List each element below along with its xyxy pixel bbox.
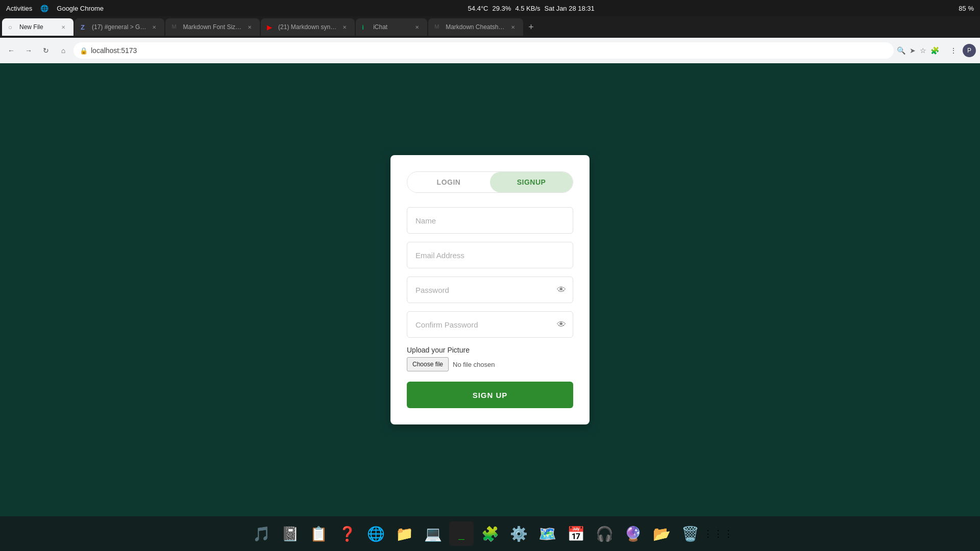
dock-music[interactable]: 🎵 <box>249 521 274 546</box>
browser-chrome: ○ New File ✕ Z (17) #general > G… ✕ M Ma… <box>0 16 980 63</box>
confirm-password-input[interactable] <box>407 311 573 338</box>
signup-button[interactable]: SIGN UP <box>407 382 573 408</box>
url-bar[interactable]: 🔒 localhost:5173 <box>74 42 894 59</box>
no-file-text: No file chosen <box>453 361 495 368</box>
confirm-password-field-group: 👁 <box>407 311 573 338</box>
tab-new-file[interactable]: ○ New File ✕ <box>2 18 74 36</box>
tab-close-markdown-cheat[interactable]: ✕ <box>509 23 517 31</box>
dock-calendar[interactable]: 📅 <box>564 521 588 546</box>
settings-icon[interactable]: ⋮ <box>946 43 961 58</box>
confirm-password-eye-icon[interactable]: 👁 <box>557 319 566 330</box>
tab-close-ichat[interactable]: ✕ <box>413 23 421 31</box>
activities-label[interactable]: Activities <box>6 5 32 12</box>
tab-title-markdown-font: Markdown Font Siz… <box>183 23 241 31</box>
network-label: 4.5 KB/s <box>515 5 540 12</box>
tab-favicon-markdown-font: M <box>172 23 179 31</box>
dock-settings2[interactable]: ⚙️ <box>506 521 531 546</box>
tab-title-new-file: New File <box>19 23 55 31</box>
os-topbar: Activities 🌐 Google Chrome 54.4°C 29.3% … <box>0 0 980 16</box>
tab-title-markdown-yt: (21) Markdown syn… <box>278 23 336 31</box>
tab-close-new-file[interactable]: ✕ <box>59 23 67 31</box>
tab-favicon-markdown-cheat: M <box>434 23 442 31</box>
app-name-label: Google Chrome <box>57 5 104 12</box>
lock-icon: 🔒 <box>80 47 88 55</box>
dock-files-yellow[interactable]: 📁 <box>392 521 416 546</box>
email-field-group <box>407 242 573 268</box>
signup-tab-button[interactable]: SIGNUP <box>490 172 573 192</box>
browser-actions: ⋮ P <box>946 43 976 58</box>
tab-close-markdown-font[interactable]: ✕ <box>246 23 254 31</box>
taskbar: 🎵 📓 📋 ❓ 🌐 📁 💻 _ 🧩 ⚙️ 🗺️ 📅 🎧 🔮 📂 🗑️ ⋮⋮⋮ <box>0 516 980 551</box>
tab-bar: ○ New File ✕ Z (17) #general > G… ✕ M Ma… <box>0 16 980 38</box>
dock-help[interactable]: ❓ <box>335 521 359 546</box>
upload-label: Upload your Picture <box>407 346 573 354</box>
dock-notes[interactable]: 📓 <box>278 521 302 546</box>
battery-label: 85 % <box>959 5 974 12</box>
dock-trash[interactable]: 🗑️ <box>678 521 702 546</box>
upload-section: Upload your Picture Choose file No file … <box>407 346 573 371</box>
reload-button[interactable]: ↻ <box>39 43 53 58</box>
file-input-wrapper: Choose file No file chosen <box>407 357 573 371</box>
tab-close-markdown-yt[interactable]: ✕ <box>340 23 349 31</box>
extensions-icon[interactable]: 🧩 <box>930 46 939 55</box>
email-input[interactable] <box>407 242 573 268</box>
password-field-group: 👁 <box>407 277 573 303</box>
tab-title-markdown-cheat: Markdown Cheatsh… <box>446 23 504 31</box>
profile-avatar[interactable]: P <box>963 44 976 57</box>
share-icon[interactable]: ➤ <box>910 46 916 55</box>
password-input[interactable] <box>407 277 573 303</box>
dock-code[interactable]: 💻 <box>421 521 445 546</box>
dock-puzzle[interactable]: 🧩 <box>478 521 502 546</box>
name-field-group <box>407 207 573 234</box>
ram-label: 29.3% <box>493 5 511 12</box>
os-topbar-center: 54.4°C 29.3% 4.5 KB/s Sat Jan 28 18:31 <box>468 5 595 12</box>
back-button[interactable]: ← <box>4 43 18 58</box>
datetime-label: Sat Jan 28 18:31 <box>545 5 595 12</box>
tab-general[interactable]: Z (17) #general > G… ✕ <box>75 18 164 36</box>
temperature-label: 54.4°C <box>468 5 488 12</box>
dock-apps[interactable]: ⋮⋮⋮ <box>706 521 731 546</box>
tab-favicon-ichat: i <box>362 23 369 31</box>
tab-favicon-general: Z <box>81 23 88 31</box>
search-icon[interactable]: 🔍 <box>897 46 905 55</box>
dock-tasks[interactable]: 📋 <box>306 521 331 546</box>
login-tab-button[interactable]: LOGIN <box>407 172 490 192</box>
dock-files2[interactable]: 📂 <box>649 521 674 546</box>
dock-dev[interactable]: 🔮 <box>621 521 645 546</box>
star-icon[interactable]: ☆ <box>920 46 926 55</box>
tab-title-general: (17) #general > G… <box>92 23 146 31</box>
url-text: localhost:5173 <box>91 46 137 55</box>
main-content: LOGIN SIGNUP 👁 👁 Upload your Picture Cho… <box>0 63 980 516</box>
home-button[interactable]: ⌂ <box>56 43 70 58</box>
tab-markdown-yt[interactable]: ▶ (21) Markdown syn… ✕ <box>261 18 355 36</box>
new-tab-button[interactable]: + <box>524 20 538 34</box>
auth-tab-toggle: LOGIN SIGNUP <box>407 171 573 193</box>
name-input[interactable] <box>407 207 573 234</box>
chrome-icon: 🌐 <box>40 5 48 12</box>
os-topbar-left: Activities 🌐 Google Chrome <box>6 5 104 12</box>
tab-favicon-markdown-yt: ▶ <box>267 23 274 31</box>
dock-chrome[interactable]: 🌐 <box>363 521 388 546</box>
tab-markdown-font[interactable]: M Markdown Font Siz… ✕ <box>165 18 260 36</box>
password-eye-icon[interactable]: 👁 <box>557 285 566 295</box>
tab-ichat[interactable]: i iChat ✕ <box>356 18 427 36</box>
dock-terminal[interactable]: _ <box>449 521 474 546</box>
signup-card: LOGIN SIGNUP 👁 👁 Upload your Picture Cho… <box>390 155 590 424</box>
address-icons: 🔍 ➤ ☆ 🧩 <box>897 46 943 55</box>
tab-markdown-cheat[interactable]: M Markdown Cheatsh… ✕ <box>428 18 523 36</box>
address-bar: ← → ↻ ⌂ 🔒 localhost:5173 🔍 ➤ ☆ 🧩 ⋮ P <box>0 38 980 63</box>
dock-spotify[interactable]: 🎧 <box>592 521 617 546</box>
choose-file-button[interactable]: Choose file <box>407 357 449 371</box>
os-topbar-right: 85 % <box>959 5 974 12</box>
tab-title-ichat: iChat <box>373 23 409 31</box>
forward-button[interactable]: → <box>21 43 36 58</box>
tab-favicon-new-file: ○ <box>8 23 15 31</box>
dock-maps[interactable]: 🗺️ <box>535 521 559 546</box>
tab-close-general[interactable]: ✕ <box>150 23 158 31</box>
